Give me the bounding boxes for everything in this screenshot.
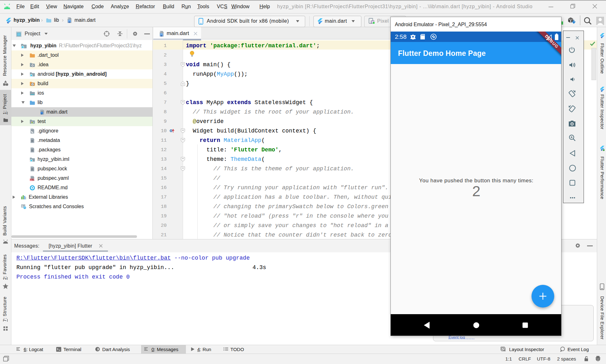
svg-text:YML: YML <box>30 179 35 181</box>
